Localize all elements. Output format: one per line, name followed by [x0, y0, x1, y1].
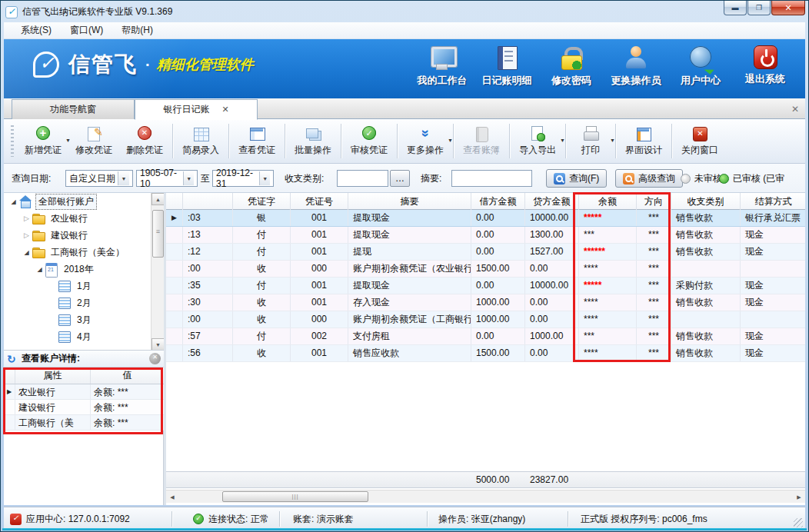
tree-expander-icon[interactable]: ◢: [22, 249, 32, 256]
chevron-down-icon[interactable]: ▼: [183, 171, 194, 185]
tree-expander-icon[interactable]: ▷: [22, 231, 32, 239]
table-row[interactable]: ▶:03银001提取现金0.0010000.00********销售收款银行承兑…: [166, 210, 805, 227]
table-row[interactable]: :00收000账户期初余额凭证（工商银行（美金））1000.000.00****…: [166, 311, 805, 328]
detail-row[interactable]: 建设银行余额: ***: [4, 400, 164, 415]
toolbar-button[interactable]: 批量操作: [288, 119, 338, 163]
scrollbar-thumb[interactable]: [152, 210, 164, 258]
panel-close-icon[interactable]: [149, 353, 161, 364]
tab-inactive[interactable]: 功能导航窗: [12, 99, 135, 119]
scroll-right-icon[interactable]: ▶: [793, 491, 805, 503]
cell-time: :35: [183, 278, 233, 294]
tree-item[interactable]: 4月: [4, 328, 164, 345]
tabstrip-close-icon[interactable]: ✕: [791, 104, 799, 115]
menu-item[interactable]: 窗口(W): [61, 22, 112, 38]
table-row[interactable]: :30收001存入现金1000.000.00*******销售收款现金: [166, 294, 805, 311]
toolbar-button[interactable]: 关闭窗口: [674, 119, 725, 163]
scroll-down-icon[interactable]: ▼: [151, 338, 164, 351]
table-row[interactable]: :56收001销售应收款1500.000.00*******销售收款现金: [166, 345, 805, 362]
banner-action[interactable]: 更换操作员: [604, 45, 668, 88]
column-header[interactable]: [166, 193, 183, 210]
tree-expander-icon[interactable]: ◢: [35, 266, 45, 273]
toolbar-button[interactable]: 导入导出▼: [512, 119, 563, 163]
menu-item[interactable]: 帮助(H): [112, 22, 162, 38]
dropdown-arrow-icon[interactable]: ▼: [560, 138, 565, 143]
tab-close-icon[interactable]: ✕: [221, 105, 228, 115]
detail-value-header[interactable]: 值: [91, 367, 164, 384]
menu-item[interactable]: 系统(S): [12, 22, 61, 38]
toolbar-button[interactable]: 更多操作▼: [400, 119, 451, 163]
toolbar-button[interactable]: 查看凭证: [231, 119, 282, 163]
cell-category: 销售收款: [671, 244, 741, 260]
banner-action[interactable]: 退出系统: [733, 45, 797, 88]
date-mode-select[interactable]: 自定义日期▼: [65, 170, 133, 187]
table-row[interactable]: :13付001提取现金0.001300.00******销售收款现金: [166, 227, 805, 244]
toolbar-button[interactable]: 打印▼: [568, 119, 613, 163]
tree-expander-icon[interactable]: ▷: [22, 214, 32, 222]
tree-item[interactable]: ◢工商银行（美金）: [4, 244, 164, 261]
chevron-down-icon[interactable]: ▼: [118, 171, 129, 185]
column-header[interactable]: 方向: [637, 193, 671, 210]
tree-scrollbar[interactable]: ▲ ▼: [151, 193, 164, 351]
tree-item[interactable]: ◢2018年: [4, 261, 164, 278]
column-header[interactable]: 借方金额: [471, 193, 525, 210]
query-button[interactable]: 查询(F): [546, 169, 607, 188]
table-row[interactable]: :35付001提取现金0.0010000.00********采购付款现金: [166, 278, 805, 294]
close-button[interactable]: ✕: [771, 1, 805, 15]
scroll-up-icon[interactable]: ▲: [151, 193, 164, 205]
tree-item[interactable]: 2月: [4, 294, 164, 311]
resize-grip[interactable]: [794, 518, 803, 527]
toolbar-button[interactable]: 新增凭证▼: [18, 119, 68, 163]
tab-active[interactable]: 银行日记账✕: [135, 99, 258, 120]
column-header[interactable]: [183, 193, 233, 210]
column-header[interactable]: 摘要: [348, 193, 471, 210]
banner-action[interactable]: 用户中心: [668, 45, 733, 88]
toolbar-grip[interactable]: [11, 125, 14, 157]
tree-expander-icon[interactable]: ◢: [8, 198, 18, 205]
toolbar-button[interactable]: 修改凭证: [68, 119, 119, 163]
table-row[interactable]: :57付002支付房租0.001000.00******销售收款现金: [166, 328, 805, 345]
cell-summary: 提取现金: [348, 210, 471, 226]
minimize-button[interactable]: ▬: [724, 1, 747, 15]
tree-item[interactable]: ▷建设银行: [4, 227, 164, 244]
summary-input[interactable]: [451, 170, 532, 187]
toolbar-button[interactable]: 删除凭证: [119, 119, 170, 163]
tree-item[interactable]: 3月: [4, 311, 164, 328]
tree-item[interactable]: ◢全部银行账户: [4, 193, 164, 210]
date-to-select[interactable]: 2019-12-31▼: [212, 170, 274, 187]
tree-item[interactable]: ▷农业银行: [4, 210, 164, 227]
toolbar-button[interactable]: 简易录入: [175, 119, 226, 163]
tree-item[interactable]: 1月: [4, 278, 164, 294]
advanced-query-button[interactable]: 高级查询: [615, 169, 683, 188]
column-header[interactable]: 收支类别: [671, 193, 741, 210]
chevron-down-icon[interactable]: ▼: [259, 171, 270, 185]
category-input[interactable]: [337, 170, 388, 187]
maximize-button[interactable]: ❐: [747, 1, 771, 15]
table-row[interactable]: :00收000账户期初余额凭证（农业银行）1500.000.00*******: [166, 261, 805, 278]
column-header[interactable]: 贷方金额: [525, 193, 579, 210]
detail-row[interactable]: ▶农业银行余额: ***: [4, 384, 164, 400]
toolbar-button[interactable]: 界面设计: [618, 119, 669, 163]
toolbar-button[interactable]: 审核凭证: [344, 119, 395, 163]
column-header[interactable]: 余额: [579, 193, 637, 210]
detail-row[interactable]: 工商银行（美余额: ***: [4, 415, 164, 431]
column-header[interactable]: 凭证号: [291, 193, 348, 210]
cell-method: 现金: [741, 345, 805, 361]
more-icon: [417, 126, 434, 141]
scrollbar-thumb[interactable]: [222, 491, 368, 502]
date-from-select[interactable]: 1905-07-10▼: [136, 170, 198, 187]
column-header[interactable]: 凭证字: [233, 193, 291, 210]
dropdown-arrow-icon[interactable]: ▼: [448, 138, 453, 143]
banner-action[interactable]: 我的工作台: [410, 45, 474, 88]
banner-action[interactable]: 日记账明细: [474, 45, 539, 88]
column-header[interactable]: 结算方式: [741, 193, 805, 210]
detail-attr-header[interactable]: 属性: [15, 367, 91, 384]
add-icon: [35, 126, 52, 141]
category-lookup-button[interactable]: …: [390, 170, 410, 187]
total-credit: 23827.00: [530, 472, 568, 488]
banner-action[interactable]: 修改密码: [539, 45, 604, 88]
table-row[interactable]: :12付001提现0.001527.00*********销售收款现金: [166, 244, 805, 261]
dropdown-arrow-icon[interactable]: ▼: [610, 138, 615, 143]
scroll-left-icon[interactable]: ◀: [166, 491, 178, 503]
horizontal-scrollbar[interactable]: ◀ ▶: [166, 490, 805, 503]
refresh-icon[interactable]: ↻: [7, 353, 19, 365]
